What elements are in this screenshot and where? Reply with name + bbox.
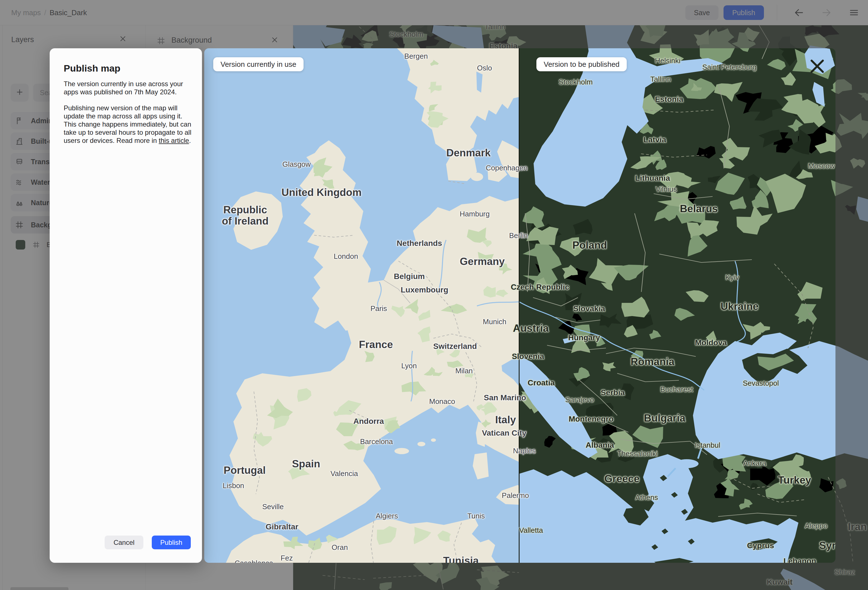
publish-map-modal: Publish map The version currently in use… xyxy=(50,48,202,563)
current-version-badge: Version currently in use xyxy=(213,57,304,71)
modal-paragraph-1: The version currently in use across your… xyxy=(64,80,192,96)
modal-body: The version currently in use across your… xyxy=(64,80,192,145)
modal-title: Publish map xyxy=(64,63,120,74)
map-new-version[interactable] xyxy=(519,48,836,563)
map-current-version[interactable] xyxy=(204,48,519,563)
version-compare-preview: BergenOsloGlasgowLondonCopenhagenHamburg… xyxy=(204,48,836,563)
version-split-divider xyxy=(519,48,520,563)
new-version-badge: Version to be published xyxy=(536,57,627,71)
this-article-link[interactable]: this article xyxy=(159,137,189,144)
modal-paragraph-2: Publishing new version of the map will u… xyxy=(64,104,192,145)
publish-button[interactable]: Publish xyxy=(152,535,191,549)
cancel-button[interactable]: Cancel xyxy=(105,535,143,549)
app-window: My maps / Basic_Dark Save Publish Layers… xyxy=(0,0,868,590)
